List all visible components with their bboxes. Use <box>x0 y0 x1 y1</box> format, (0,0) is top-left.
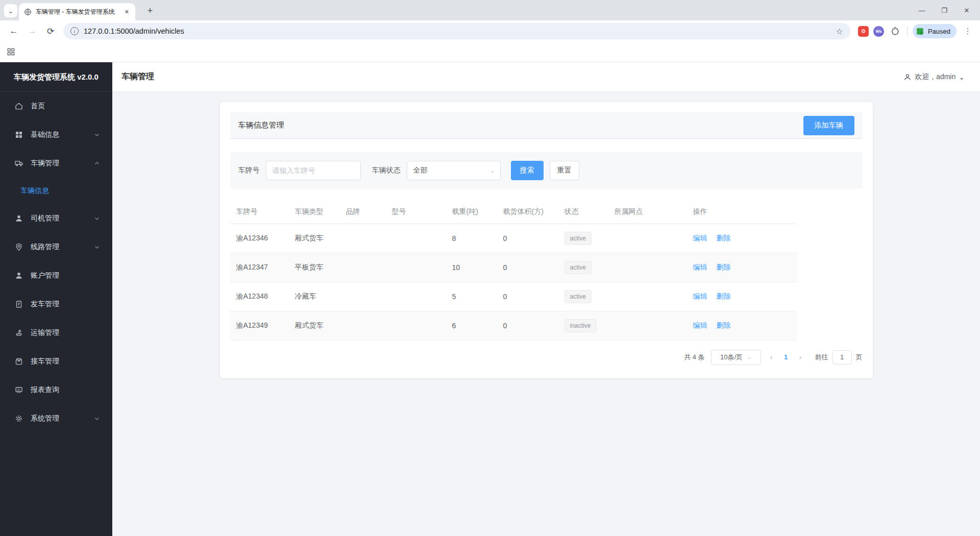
cell-site <box>608 224 687 253</box>
col-status: 状态 <box>558 200 608 224</box>
minimize-button[interactable]: — <box>911 0 933 20</box>
tab-title: 车辆管理 - 车辆发货管理系统 <box>36 8 119 16</box>
maximize-icon: ❐ <box>941 7 947 14</box>
sidebar-item-label: 运输管理 <box>31 328 100 337</box>
back-button[interactable]: ← <box>5 22 22 40</box>
current-page[interactable]: 1 <box>782 353 790 361</box>
edit-link[interactable]: 编辑 <box>693 263 707 271</box>
sidebar-item-route-mgmt[interactable]: 线路管理 <box>0 233 112 261</box>
bookmark-star-icon[interactable]: ☆ <box>836 27 843 36</box>
sidebar-item-pickup-mgmt[interactable]: 接车管理 <box>0 347 112 376</box>
page-size-select[interactable]: 10条/页 ⌄ <box>711 350 761 365</box>
cell-volume: 0 <box>497 282 558 311</box>
sidebar-item-transport-mgmt[interactable]: 运输管理 <box>0 319 112 347</box>
extension-ws-icon[interactable]: Ws <box>873 26 884 37</box>
sidebar-item-label: 报表查询 <box>31 385 100 395</box>
chevron-down-icon <box>94 244 100 250</box>
browser-tab[interactable]: 车辆管理 - 车辆发货管理系统 ✕ <box>19 3 135 20</box>
welcome-text: 欢迎，admin <box>915 72 955 82</box>
reload-icon: ⟳ <box>47 26 54 37</box>
status-select[interactable]: 全部 ⌄ <box>407 161 501 180</box>
maximize-button[interactable]: ❐ <box>933 0 955 20</box>
delete-link[interactable]: 删除 <box>716 263 730 271</box>
tab-search-button[interactable]: ⌄ <box>4 4 17 17</box>
sidebar-item-report-query[interactable]: 报表查询 <box>0 376 112 404</box>
reload-button[interactable]: ⟳ <box>42 22 59 40</box>
site-info-icon[interactable]: i <box>70 27 79 35</box>
chevron-down-icon <box>94 132 100 138</box>
report-board-icon <box>14 385 23 395</box>
address-bar[interactable]: i 127.0.0.1:5000/admin/vehicles ☆ <box>63 23 850 39</box>
vehicle-card: 车辆信息管理 添加车辆 车牌号 车辆状态 全部 ⌄ 搜索 重置 <box>220 102 873 378</box>
delete-link[interactable]: 删除 <box>716 321 730 329</box>
cell-volume: 0 <box>497 224 558 253</box>
close-button[interactable]: ✕ <box>955 0 978 20</box>
col-plate: 车牌号 <box>230 200 289 224</box>
forward-button[interactable]: → <box>23 22 41 40</box>
cell-volume: 0 <box>497 253 558 282</box>
browser-menu-button[interactable]: ⋮ <box>961 24 975 38</box>
cell-model <box>386 253 446 282</box>
col-model: 型号 <box>386 200 446 224</box>
tab-close-icon[interactable]: ✕ <box>124 8 130 16</box>
user-menu[interactable]: 欢迎，admin ⌄ <box>903 72 965 82</box>
cell-actions: 编辑 删除 <box>687 224 797 253</box>
next-page-button[interactable]: › <box>796 353 804 362</box>
package-icon <box>14 357 23 366</box>
sidebar-item-home[interactable]: 首页 <box>0 92 112 120</box>
sidebar-item-vehicle-mgmt[interactable]: 车辆管理 <box>0 149 112 178</box>
extensions-puzzle-icon[interactable] <box>889 25 902 38</box>
sidebar-item-driver-mgmt[interactable]: 司机管理 <box>0 204 112 233</box>
url-text[interactable]: 127.0.0.1:5000/admin/vehicles <box>84 27 831 35</box>
goto-label: 前往 <box>815 353 828 362</box>
sidebar-item-system-mgmt[interactable]: 系统管理 <box>0 404 112 433</box>
prev-page-button[interactable]: ‹ <box>767 353 776 362</box>
goto-page: 前往 页 <box>815 350 863 364</box>
chevron-down-icon <box>94 215 100 222</box>
sidebar-item-label: 系统管理 <box>31 414 87 423</box>
delete-link[interactable]: 删除 <box>716 234 730 242</box>
app-root: 车辆发货管理系统 v2.0.0 首页 基础信息 车辆 <box>0 62 980 536</box>
goto-page-input[interactable] <box>832 350 852 364</box>
browser-toolbar: ← → ⟳ i 127.0.0.1:5000/admin/vehicles ☆ … <box>0 20 980 42</box>
ws-badge: Ws <box>875 29 881 34</box>
cell-model <box>386 282 446 311</box>
filter-bar: 车牌号 车辆状态 全部 ⌄ 搜索 重置 <box>230 152 863 189</box>
sidebar-subitem-vehicle-info[interactable]: 车辆信息 <box>0 178 112 204</box>
new-tab-button[interactable]: + <box>143 4 157 17</box>
minimize-icon: — <box>919 7 925 14</box>
cell-load: 6 <box>446 311 497 340</box>
sidebar-item-basic-info[interactable]: 基础信息 <box>0 120 112 149</box>
add-vehicle-button[interactable]: 添加车辆 <box>803 116 854 135</box>
page-size-value: 10条/页 <box>720 353 743 362</box>
cell-load: 8 <box>446 224 497 253</box>
table-header-row: 车牌号 车辆类型 品牌 型号 载重(吨) 载货体积(方) 状态 所属网点 操作 <box>230 200 797 224</box>
edit-link[interactable]: 编辑 <box>693 234 707 242</box>
cell-type: 厢式货车 <box>289 224 340 253</box>
table-row: 渝A12349 厢式货车 6 0 inactive 编辑 删除 <box>230 311 797 340</box>
cell-plate: 渝A12348 <box>230 282 289 311</box>
toolbar-divider <box>907 26 908 36</box>
edit-link[interactable]: 编辑 <box>693 292 707 300</box>
cell-brand <box>340 311 386 340</box>
profile-status-label: Paused <box>928 28 950 35</box>
reset-button[interactable]: 重置 <box>550 161 579 180</box>
sidebar-item-label: 首页 <box>31 102 100 111</box>
extension-red-icon[interactable]: ⚙ <box>858 26 869 37</box>
status-label: 车辆状态 <box>372 166 401 175</box>
clover-avatar-icon <box>915 27 925 36</box>
apps-grid-icon[interactable] <box>7 47 15 56</box>
sidebar-item-dispatch-mgmt[interactable]: 发车管理 <box>0 290 112 319</box>
sidebar-item-account-mgmt[interactable]: 账户管理 <box>0 261 112 290</box>
panel-header: 车辆信息管理 添加车辆 <box>230 112 863 139</box>
user-icon <box>903 73 912 81</box>
plate-input[interactable] <box>266 161 361 180</box>
panel-title: 车辆信息管理 <box>238 120 284 130</box>
delete-link[interactable]: 删除 <box>716 292 730 300</box>
plate-label: 车牌号 <box>238 166 260 175</box>
cell-model <box>386 224 446 253</box>
profile-chip[interactable]: Paused <box>913 24 957 38</box>
edit-link[interactable]: 编辑 <box>693 321 707 329</box>
search-button[interactable]: 搜索 <box>511 161 544 180</box>
document-icon <box>14 300 23 309</box>
